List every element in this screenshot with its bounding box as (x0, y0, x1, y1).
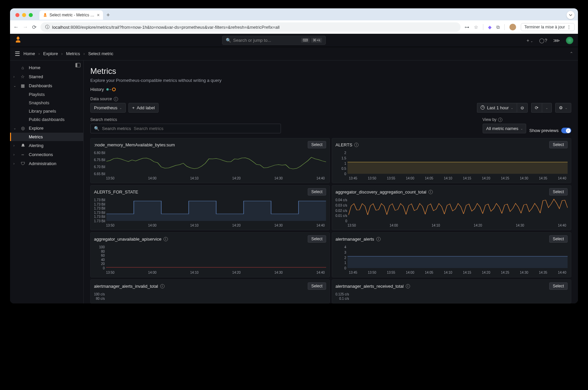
metric-panel: aggregator_discovery_aggregation_count_t… (332, 185, 571, 230)
close-tab-icon[interactable]: × (97, 12, 100, 18)
update-button[interactable]: Terminer la mise à jour⋮ (521, 23, 575, 31)
info-icon[interactable]: i (406, 284, 410, 288)
compass-icon: ◎ (20, 126, 25, 131)
y-tick: 0.01 c/s (335, 214, 347, 218)
info-icon[interactable]: i (114, 97, 118, 101)
grafana-logo-icon[interactable] (15, 36, 21, 44)
select-metric-button[interactable]: Select (549, 141, 568, 148)
window-controls[interactable] (15, 13, 33, 17)
history-steps[interactable] (106, 88, 116, 91)
sidebar-sub-playlists[interactable]: Playlists (10, 90, 83, 99)
profile-avatar[interactable] (509, 24, 516, 30)
refresh-picker[interactable]: ⟳ ⌄ (531, 103, 552, 113)
sidebar-item-alerting[interactable]: ›🔔︎Alerting (10, 141, 83, 150)
select-metric-button[interactable]: Select (308, 235, 326, 243)
info-icon[interactable]: i (428, 190, 433, 194)
x-tick: 14:10 (190, 271, 199, 274)
info-icon[interactable]: i (376, 237, 381, 241)
svg-rect-2 (348, 162, 568, 174)
settings-button[interactable]: ⚙⌄ (555, 103, 571, 113)
help-icon[interactable]: ◯? (539, 38, 547, 43)
panel-title: aggregator_unavailable_apiservice (94, 237, 162, 242)
show-previews-toggle[interactable] (561, 128, 571, 133)
reload-button[interactable]: ⟳ (32, 24, 36, 30)
sidebar-item-admin[interactable]: ›🛡︎Administration (10, 159, 83, 168)
metric-panel: ALERTSiSelect21.510.5013:4513:5013:5514:… (332, 138, 571, 183)
menu-toggle-button[interactable]: ☰ (15, 50, 20, 57)
crumb-explore[interactable]: Explore (43, 51, 58, 56)
select-metric-button[interactable]: Select (549, 235, 568, 243)
y-tick: 2 (335, 151, 346, 155)
x-tick: 14:15 (463, 271, 471, 274)
extensions-icon[interactable]: ⧉ (496, 24, 500, 30)
home-icon: ⌂ (20, 65, 25, 70)
crumb-metrics[interactable]: Metrics (66, 51, 80, 56)
sidebar-item-explore[interactable]: ⌄◎Explore (10, 124, 83, 133)
sidebar-sub-public[interactable]: Public dashboards (10, 115, 83, 124)
view-by-select[interactable]: All metric names⌄ (483, 124, 526, 133)
news-icon[interactable]: ⋙ (553, 38, 560, 43)
close-window-icon[interactable] (15, 13, 19, 17)
collapse-icon[interactable]: ⌃ (570, 51, 573, 56)
x-tick: 14:35 (539, 176, 547, 180)
info-icon[interactable]: i (498, 118, 502, 122)
select-metric-button[interactable]: Select (549, 188, 568, 196)
x-tick: 14:20 (482, 271, 490, 274)
crumb-home[interactable]: Home (23, 51, 35, 56)
password-icon[interactable]: ⊶ (465, 24, 469, 30)
y-tick: 100 (94, 245, 105, 249)
y-tick: 0 (335, 219, 347, 223)
sidebar-item-starred[interactable]: ›☆Starred (10, 72, 83, 81)
x-tick: 14:00 (148, 224, 157, 227)
address-bar[interactable]: ⓘ localhost:8080/explore/metrics/trail?f… (40, 22, 461, 32)
add-label-button[interactable]: +Add label (128, 103, 159, 113)
x-tick: 14:40 (316, 224, 325, 227)
select-metric-button[interactable]: Select (308, 282, 326, 290)
x-tick: 14:10 (190, 224, 199, 227)
y-tick: 0 (94, 266, 105, 270)
y-tick: 6.70 Bil (94, 165, 105, 169)
sidebar-sub-library[interactable]: Library panels (10, 107, 83, 115)
x-tick: 13:50 (368, 176, 376, 180)
x-tick: 14:10 (444, 271, 452, 274)
sidebar-sub-metrics[interactable]: Metrics (10, 133, 83, 141)
tab-title: Select metric - Metrics - Expl (50, 13, 95, 17)
tab-overflow-button[interactable] (567, 11, 575, 19)
zoom-out-button[interactable]: ⊖ (517, 103, 528, 113)
sidebar-item-dashboards[interactable]: ⌄▦Dashboards (10, 81, 83, 90)
sidebar-item-connections[interactable]: ›⎓Connections (10, 150, 83, 159)
search-metrics-input[interactable]: 🔍Search metrics (90, 124, 281, 133)
data-source-label: Data source (90, 97, 112, 101)
user-avatar[interactable] (566, 37, 573, 44)
info-icon[interactable]: i (160, 284, 165, 288)
info-icon[interactable]: i (354, 143, 359, 147)
new-tab-button[interactable]: + (106, 12, 110, 19)
select-metric-button[interactable]: Select (308, 141, 326, 148)
site-info-icon[interactable]: ⓘ (45, 24, 50, 30)
add-button[interactable]: + ⌄ (526, 38, 533, 43)
global-search[interactable]: 🔍 Search or jump to... ⌨ ⌘+k (222, 36, 326, 45)
time-range-picker[interactable]: 🕒︎Last 1 hour⌄ ⊖ (477, 103, 528, 113)
y-tick: 1 (335, 162, 346, 165)
info-icon[interactable]: i (164, 237, 168, 241)
back-button[interactable]: ← (13, 24, 19, 30)
y-tick: 3 (335, 251, 346, 254)
bookmark-icon[interactable]: ☆ (474, 24, 478, 30)
sidebar-item-home[interactable]: ⌂Home (10, 63, 83, 72)
sidebar-sub-snapshots[interactable]: Snapshots (10, 99, 83, 107)
data-source-select[interactable]: Prometheus⌄ (90, 103, 126, 113)
x-tick: 14:30 (520, 271, 528, 274)
x-tick: 14:30 (274, 224, 283, 227)
select-metric-button[interactable]: Select (549, 282, 568, 290)
minimize-window-icon[interactable] (22, 13, 26, 17)
page-subtitle: Explore your Prometheus-compatible metri… (90, 78, 571, 83)
metric-panel: alertmanager_alerts_invalid_totaliSelect… (90, 279, 330, 303)
x-tick: 14:30 (274, 271, 283, 274)
y-tick: 0 (335, 172, 346, 176)
forward-button[interactable]: → (23, 24, 28, 30)
maximize-window-icon[interactable] (29, 13, 33, 17)
extension-icon[interactable]: ◆ (488, 24, 492, 30)
bell-icon: 🔔︎ (20, 143, 25, 148)
browser-tab[interactable]: Select metric - Metrics - Expl × (39, 10, 103, 20)
select-metric-button[interactable]: Select (308, 188, 326, 196)
